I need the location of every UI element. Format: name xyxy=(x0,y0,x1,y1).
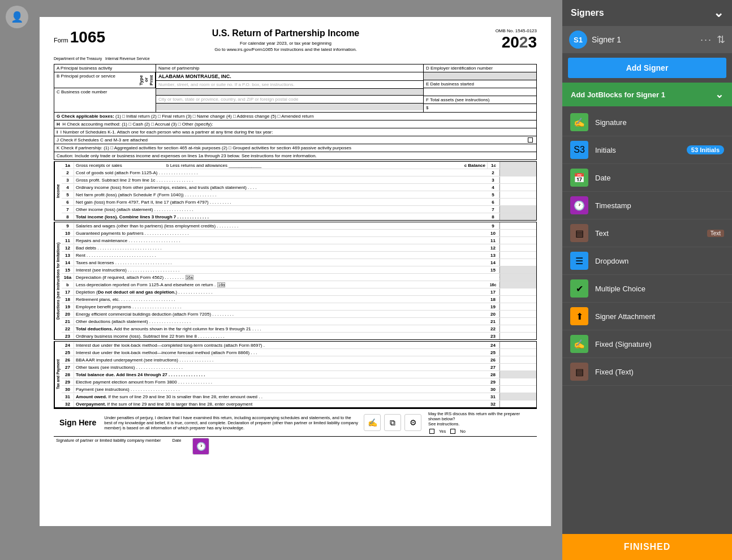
type-or-print-label: TypeorPrint xyxy=(137,72,156,88)
line-24-row: 24 Interest due under the look-back meth… xyxy=(62,342,536,349)
jotblock-label-signer-attachment: Signer Attachment xyxy=(595,312,655,321)
add-signer-button[interactable]: Add Signer xyxy=(568,58,726,78)
sign-declaration: Under penalties of perjury, I declare th… xyxy=(102,413,361,433)
line-25-amount xyxy=(500,349,536,356)
jotblock-label-timestamp: Timestamp xyxy=(595,201,631,210)
line-8-row: 8 Total income (loss). Combine lines 3 t… xyxy=(62,213,536,220)
jotblock-icon-fixed-signature: ✍ xyxy=(570,335,588,353)
no-label: No xyxy=(460,429,466,434)
jotblock-icon-signer-attachment: ⬆ xyxy=(570,307,588,325)
avatar: 👤 xyxy=(6,6,28,28)
line-29-row: 29 Elective payment election amount from… xyxy=(62,378,536,386)
line-30-amount xyxy=(500,386,536,393)
form-number-label: Form 1065 xyxy=(54,28,105,46)
jotblock-label-dropdown: Dropdown xyxy=(595,257,628,265)
line-3-row: 3 Gross profit. Subtract line 2 from lin… xyxy=(62,176,536,184)
line-25-row: 25 Interest due under the look-back meth… xyxy=(62,349,536,356)
yes-checkbox[interactable] xyxy=(429,429,434,434)
line-11-amount xyxy=(500,237,536,244)
irs-discuss-area: May the IRS discuss this return with the… xyxy=(424,409,537,436)
no-checkbox[interactable] xyxy=(450,429,455,434)
jotblock-item-multiple-choice[interactable]: ✔Multiple Choice xyxy=(562,275,732,303)
line-16a-amount xyxy=(500,274,536,281)
tax-year: 2023 xyxy=(458,33,537,51)
line-12-amount xyxy=(500,244,536,251)
jotblock-item-fixed-text[interactable]: ▤Fixed (Text) xyxy=(562,358,732,386)
line-4-row: 4 Ordinary income (loss) from other part… xyxy=(62,184,536,191)
signer1-badge: S1 xyxy=(569,31,587,49)
jotblock-badge-text: Text xyxy=(707,230,724,237)
line-16c-amount xyxy=(500,281,536,288)
check-i-row: I I Number of Schedules K-1. Attach one … xyxy=(54,128,537,136)
line-14-amount xyxy=(500,259,536,266)
ein-label: D Employer identification number xyxy=(424,64,536,72)
jotblock-item-date[interactable]: 📅Date xyxy=(562,164,732,192)
jotblock-item-signature[interactable]: ✍Signature xyxy=(562,109,732,136)
jotblock-badge-initials: 53 Initials xyxy=(687,145,724,154)
jotblocks-chevron-icon[interactable]: ⌄ xyxy=(715,88,724,101)
jotblock-icon-dropdown: ☰ xyxy=(570,252,588,270)
signer1-row[interactable]: S1 Signer 1 ··· ⇅ xyxy=(562,26,732,53)
signature-line-area: Signature of partner or limited liabilit… xyxy=(54,436,537,456)
line-31-row: 31 Amount owed. If the sum of line 29 an… xyxy=(62,393,536,400)
line-27-amount xyxy=(500,364,536,371)
avatar-icon: 👤 xyxy=(11,11,23,23)
omb-area: OMB No. 1545-0123 2023 xyxy=(458,28,537,51)
document-paper: Form 1065 U.S. Return of Partnership Inc… xyxy=(40,17,551,526)
jotblock-item-fixed-signature[interactable]: ✍Fixed (Signature) xyxy=(562,330,732,358)
line-3-amount xyxy=(500,176,536,183)
form-website: Go to www.irs.gov/Form1065 for instructi… xyxy=(114,47,458,52)
line-2-row: 2 Cost of goods sold (attach Form 1125-A… xyxy=(62,169,536,176)
check-g-row: G Check applicable boxes: (1) □ Initial … xyxy=(54,113,537,120)
jotblock-label-signature: Signature xyxy=(595,118,627,127)
jotblock-item-dropdown[interactable]: ☰Dropdown xyxy=(562,247,732,275)
line-5-row: 5 Net farm profit (loss) (attach Schedul… xyxy=(62,191,536,199)
caution-row: Caution: Include only trade or business … xyxy=(54,152,537,160)
line-22-row: 22 Total deductions. Add the amounts sho… xyxy=(62,325,536,333)
signer1-more-button[interactable]: ··· xyxy=(700,34,712,46)
signers-title: Signers xyxy=(571,8,604,18)
jotblock-icon-timestamp: 🕐 xyxy=(570,196,588,214)
line-30-row: 30 Payment (see instructions) . . . . . … xyxy=(62,386,536,393)
sign-settings-icon[interactable]: ⚙ xyxy=(404,414,421,431)
jotblock-item-text[interactable]: ▤TextText xyxy=(562,219,732,247)
line-1a-amount xyxy=(500,162,536,169)
ein-value xyxy=(424,72,536,80)
signer1-reorder-icon[interactable]: ⇅ xyxy=(717,33,725,46)
jotblock-label-initials: Initials xyxy=(595,146,616,154)
jotblock-item-timestamp[interactable]: 🕐Timestamp xyxy=(562,192,732,219)
line-1c-num: 1c xyxy=(487,162,500,169)
line-27-row: 27 Other taxes (see instructions) . . . … xyxy=(62,364,536,371)
finished-button[interactable]: FINISHED xyxy=(562,534,732,560)
line-20-amount xyxy=(500,311,536,317)
line-7-amount xyxy=(500,206,536,213)
line-32-row: 32 Overpayment. If the sum of line 29 an… xyxy=(62,400,536,407)
jotblock-label-date: Date xyxy=(595,174,610,182)
jotblocks-list: ✍SignatureS3Initials53 Initials📅Date🕐Tim… xyxy=(562,106,732,534)
sign-signature-icon[interactable]: ✍ xyxy=(364,414,381,431)
sig-of-partner-label: Signature of partner or limited liabilit… xyxy=(56,438,161,455)
field-b-label: B Principal product or service xyxy=(54,72,137,88)
line-16b-box: 16b xyxy=(217,282,225,287)
jotblock-item-signer-attachment[interactable]: ⬆Signer Attachment xyxy=(562,303,732,330)
line-1a-b: b Less returns and allowances __________… xyxy=(165,162,463,169)
tax-section: 24 Interest due under the look-back meth… xyxy=(62,342,536,407)
line-18-row: 18 Retirement plans, etc. . . . . . . . … xyxy=(62,296,536,303)
jotblock-icon-signature: ✍ xyxy=(570,113,588,131)
tax-section-label: Tax and Payment xyxy=(54,342,62,407)
dept-info: Department of the Treasury Internal Reve… xyxy=(54,57,537,61)
signer1-name: Signer 1 xyxy=(592,35,696,44)
signers-chevron-icon[interactable]: ⌄ xyxy=(713,6,724,20)
sign-copy-icon[interactable]: ⧉ xyxy=(384,414,401,431)
jotblock-icon-initials: S3 xyxy=(570,141,588,159)
jotblock-item-initials[interactable]: S3Initials53 Initials xyxy=(562,136,732,164)
jotblock-label-text: Text xyxy=(595,229,609,238)
j-checkbox[interactable] xyxy=(528,137,533,143)
line-5-amount xyxy=(500,191,536,198)
line-10-row: 10 Guaranteed payments to partners . . .… xyxy=(62,230,536,237)
date-sig-label: Date xyxy=(173,438,182,455)
jotblock-label-multiple-choice: Multiple Choice xyxy=(595,285,645,293)
timestamp-icon[interactable]: 🕐 xyxy=(192,438,209,455)
form-number: 1065 xyxy=(70,28,105,46)
line-24-amount xyxy=(500,342,536,348)
